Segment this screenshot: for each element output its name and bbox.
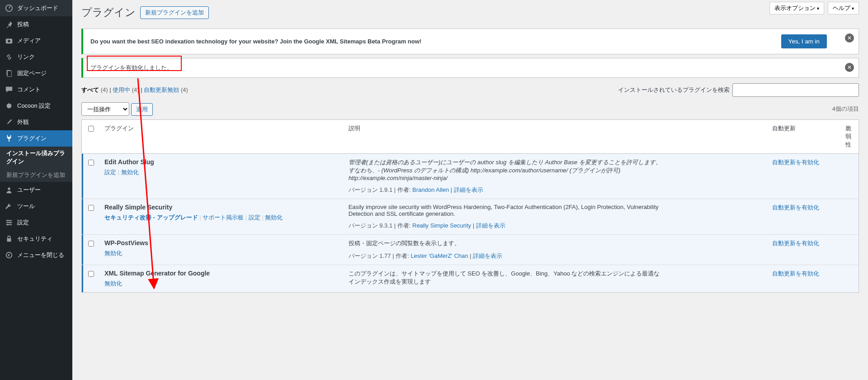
- svg-point-2: [8, 40, 10, 42]
- page-title: プラグイン: [81, 5, 136, 19]
- bulk-apply-button[interactable]: 適用: [131, 103, 153, 116]
- sidebar-item-label: セキュリティ: [17, 235, 52, 243]
- search-label: インストールされているプラグインを検索: [618, 86, 730, 94]
- support-link[interactable]: サポート掲示板: [203, 214, 244, 221]
- details-link[interactable]: 詳細を表示: [473, 252, 502, 259]
- sidebar-item-users[interactable]: ユーザー: [0, 182, 72, 198]
- col-auto-update[interactable]: 自動更新: [768, 120, 840, 154]
- admin-sidebar: ダッシュボード 投稿 メディア リンク 固定ページ コメント Cocoon 設定…: [0, 0, 72, 302]
- beta-notice: Do you want the best SEO indexation tech…: [81, 28, 859, 54]
- bulk-action-select[interactable]: 一括操作: [81, 102, 129, 116]
- plug-icon: [5, 134, 14, 143]
- plugin-meta: バージョン 1.77 | 作者: Lester 'GaMerZ' Chan | …: [349, 252, 763, 260]
- notice-text: プラグインを有効化しました。: [90, 64, 173, 72]
- svg-point-7: [7, 220, 9, 222]
- deactivate-link[interactable]: 無効化: [104, 250, 122, 256]
- settings-link[interactable]: 設定: [104, 169, 116, 176]
- enable-auto-update-link[interactable]: 自動更新を有効化: [772, 159, 819, 166]
- sidebar-item-plugins[interactable]: プラグイン: [0, 130, 72, 147]
- sidebar-item-collapse[interactable]: メニューを閉じる: [0, 247, 72, 263]
- svg-rect-10: [7, 238, 11, 242]
- author-link[interactable]: Lester 'GaMerZ' Chan: [410, 252, 468, 259]
- plugin-status-filters: すべて (4) | 使用中 (4) | 自動更新無効 (4): [81, 86, 188, 94]
- plugin-row: WP-PostViews無効化投稿・固定ページの閲覧数を表示します。バージョン …: [82, 235, 859, 265]
- enable-auto-update-link[interactable]: 自動更新を有効化: [772, 240, 819, 247]
- plugin-row: XML Sitemap Generator for Google無効化このプラグ…: [82, 265, 859, 293]
- plugin-description: Easily improve site security with WordPr…: [349, 204, 665, 217]
- beta-join-button[interactable]: Yes, I am in: [781, 34, 827, 48]
- deactivate-link[interactable]: 無効化: [121, 169, 139, 176]
- sidebar-item-posts[interactable]: 投稿: [0, 16, 72, 33]
- lock-icon: [5, 234, 14, 243]
- sidebar-item-label: Cocoon 設定: [17, 102, 51, 110]
- enable-auto-update-link[interactable]: 自動更新を有効化: [772, 204, 819, 211]
- deactivate-link[interactable]: 無効化: [265, 214, 283, 221]
- enable-auto-update-link[interactable]: 自動更新を有効化: [772, 270, 819, 277]
- page-icon: [5, 69, 14, 78]
- sidebar-item-dashboard[interactable]: ダッシュボード: [0, 0, 72, 16]
- circle-icon: [5, 101, 14, 110]
- row-checkbox[interactable]: [88, 241, 94, 247]
- add-new-plugin-button[interactable]: 新規プラグインを追加: [140, 6, 209, 19]
- plugin-name: Edit Author Slug: [104, 158, 340, 166]
- filter-active[interactable]: 使用中 (4): [113, 86, 139, 93]
- wrench-icon: [5, 202, 14, 211]
- dismiss-notice-button[interactable]: ✕: [845, 33, 854, 43]
- sidebar-item-label: 固定ページ: [17, 69, 47, 77]
- col-plugin[interactable]: プラグイン: [100, 120, 344, 154]
- submenu-installed[interactable]: インストール済みプラグイン: [0, 147, 72, 168]
- main-content: 表示オプション ヘルプ プラグイン 新規プラグインを追加 Do you want…: [72, 0, 868, 302]
- comment-icon: [5, 85, 14, 94]
- plugins-table: プラグイン 説明 自動更新 脆弱性 Edit Author Slug設定 | 無…: [81, 119, 859, 293]
- select-all-checkbox[interactable]: [88, 126, 94, 132]
- row-checkbox[interactable]: [88, 271, 94, 277]
- gauge-icon: [5, 4, 14, 13]
- svg-point-11: [6, 252, 12, 258]
- plugin-description: このプラグインは、サイトマップを使用して SEO を改善し、Google、Bin…: [349, 270, 665, 286]
- help-button[interactable]: ヘルプ: [828, 2, 859, 14]
- col-desc[interactable]: 説明: [344, 120, 768, 154]
- sidebar-item-label: メディア: [17, 37, 41, 45]
- plugin-row: Edit Author Slug設定 | 無効化管理者(または資格のあるユーザー…: [82, 154, 859, 199]
- upgrade-link[interactable]: セキュリティ改善 - アップグレード: [104, 214, 198, 221]
- settings-link[interactable]: 設定: [249, 214, 260, 221]
- plugin-meta: バージョン 1.9.1 | 作者: Brandon Allen | 詳細を表示: [349, 186, 763, 194]
- author-link[interactable]: Really Simple Security: [412, 222, 471, 229]
- brush-icon: [5, 118, 14, 127]
- plugin-description: 管理者(または資格のあるユーザー)にユーザーの author slug を編集し…: [349, 158, 665, 181]
- sidebar-item-appearance[interactable]: 外観: [0, 114, 72, 130]
- sidebar-item-links[interactable]: リンク: [0, 49, 72, 65]
- camera-icon: [5, 36, 14, 45]
- plugins-submenu: インストール済みプラグイン 新規プラグインを追加: [0, 147, 72, 182]
- details-link[interactable]: 詳細を表示: [476, 222, 505, 229]
- sidebar-item-label: プラグイン: [17, 134, 47, 142]
- sidebar-item-tools[interactable]: ツール: [0, 198, 72, 214]
- details-link[interactable]: 詳細を表示: [454, 186, 483, 193]
- plugin-row: Really Simple Securityセキュリティ改善 - アップグレード…: [82, 199, 859, 235]
- submenu-add-new[interactable]: 新規プラグインを追加: [0, 168, 72, 182]
- sidebar-item-media[interactable]: メディア: [0, 33, 72, 49]
- author-link[interactable]: Brandon Allen: [412, 186, 449, 193]
- sidebar-item-comments[interactable]: コメント: [0, 81, 72, 98]
- sidebar-item-label: ユーザー: [17, 186, 41, 194]
- filter-all[interactable]: すべて (4): [81, 86, 108, 93]
- svg-point-5: [7, 104, 12, 109]
- sidebar-item-settings[interactable]: 設定: [0, 214, 72, 231]
- row-checkbox[interactable]: [88, 205, 94, 211]
- sidebar-item-label: ダッシュボード: [17, 4, 58, 12]
- screen-options-button[interactable]: 表示オプション: [769, 2, 824, 14]
- plugin-meta: バージョン 9.3.1 | 作者: Really Simple Security…: [349, 222, 763, 230]
- plugin-search-input[interactable]: [732, 83, 859, 97]
- notice-text: Do you want the best SEO indexation tech…: [90, 38, 421, 45]
- item-count: 4個の項目: [832, 105, 859, 113]
- sidebar-item-cocoon[interactable]: Cocoon 設定: [0, 98, 72, 114]
- col-vuln: 脆弱性: [841, 120, 859, 154]
- row-checkbox[interactable]: [88, 160, 94, 166]
- sidebar-item-pages[interactable]: 固定ページ: [0, 65, 72, 81]
- sidebar-item-security[interactable]: セキュリティ: [0, 231, 72, 247]
- svg-point-8: [9, 222, 11, 223]
- filter-auto-disabled[interactable]: 自動更新無効 (4): [144, 86, 188, 93]
- dismiss-notice-button[interactable]: ✕: [845, 63, 854, 72]
- sidebar-item-label: メニューを閉じる: [17, 251, 64, 259]
- deactivate-link[interactable]: 無効化: [104, 280, 122, 287]
